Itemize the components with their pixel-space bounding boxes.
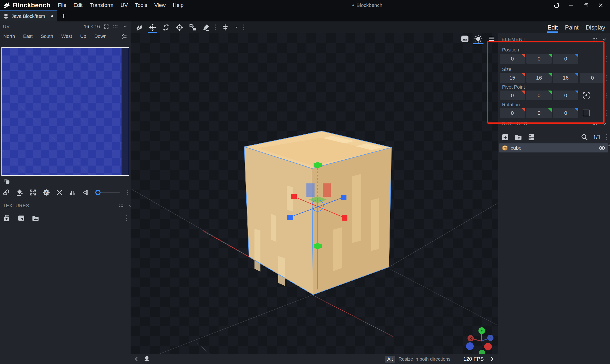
mode-tab-paint[interactable]: Paint (565, 21, 579, 33)
paint-bucket-icon[interactable] (16, 189, 23, 196)
size-z-input[interactable]: 16 (553, 73, 578, 83)
size-x-input[interactable]: 15 (500, 73, 525, 83)
pivot-z-input[interactable]: 0 (553, 91, 578, 100)
face-tab-south[interactable]: South (41, 34, 53, 39)
resize-tool-button[interactable] (134, 21, 145, 33)
outliner-toggles-button[interactable] (527, 133, 535, 141)
vertex-snap-tool-button[interactable] (187, 21, 198, 33)
create-texture-icon[interactable] (3, 214, 11, 222)
restore-button[interactable] (581, 0, 591, 11)
mirror-uv-icon[interactable] (69, 189, 76, 196)
face-tab-up[interactable]: Up (80, 34, 86, 39)
transform-pivot-button[interactable] (220, 21, 231, 33)
rotate-tool-icon (162, 24, 170, 31)
drag-handle-icon[interactable] (592, 37, 598, 41)
drag-handle-icon[interactable] (113, 25, 119, 28)
project-tab-java-block-item[interactable]: Java Block/Item (0, 11, 57, 21)
move-tool-button[interactable] (147, 21, 158, 33)
statusbar-forward-chevron-icon[interactable] (489, 356, 495, 362)
rescale-checkbox[interactable] (583, 110, 589, 116)
gizmo-face-handle-blue[interactable] (306, 183, 314, 197)
outliner-item-cube[interactable]: cube (499, 143, 608, 153)
rotation-x-input[interactable]: 0 (500, 108, 525, 118)
rotate-tool-button[interactable] (161, 21, 171, 33)
face-tab-west[interactable]: West (61, 34, 72, 39)
gizmo-handle-x-neg[interactable] (291, 194, 297, 199)
auto-uv-icon[interactable]: A (42, 189, 50, 196)
center-pivot-button[interactable] (582, 91, 591, 100)
uv-size-value[interactable]: 16 × 16 (84, 24, 100, 29)
minimize-button[interactable] (566, 0, 576, 11)
menu-uv[interactable]: UV (117, 0, 131, 11)
pivot-tool-button[interactable] (174, 21, 185, 33)
textures-more-dots-icon[interactable] (126, 215, 128, 221)
drag-handle-icon[interactable] (119, 204, 124, 208)
uv-opacity-slider-track[interactable] (101, 192, 120, 193)
inflate-input[interactable]: 0 (580, 73, 605, 83)
viewport-3d[interactable]: N (130, 33, 498, 354)
drag-handle-icon[interactable] (592, 122, 598, 126)
face-checklist-icon[interactable] (121, 33, 127, 39)
background-image-button[interactable] (460, 34, 469, 43)
position-y-input[interactable]: 0 (526, 54, 552, 64)
axis-nav-gizmo[interactable]: Y X Z (466, 327, 493, 354)
position-x-input[interactable]: 0 (500, 54, 525, 64)
maximize-uv-icon[interactable] (29, 189, 37, 196)
add-cube-button[interactable] (501, 133, 509, 141)
outliner-search-button[interactable] (581, 133, 588, 141)
face-tab-down[interactable]: Down (94, 34, 106, 39)
format-anvil-icon (3, 13, 9, 20)
transform-pivot-dropdown[interactable] (233, 21, 240, 33)
position-z-input[interactable]: 0 (553, 54, 578, 64)
outliner-more-dots-icon[interactable] (606, 134, 607, 141)
size-slider-dots-icon[interactable] (606, 74, 608, 81)
collapse-chevron-icon[interactable] (602, 37, 607, 42)
gizmo-handle-z-pos[interactable] (341, 195, 347, 200)
menu-transform[interactable]: Transform (86, 0, 117, 11)
menu-view[interactable]: View (151, 0, 169, 11)
statusbar-back-chevron-icon[interactable] (134, 356, 139, 362)
uv-canvas[interactable] (1, 47, 129, 176)
menu-tools[interactable]: Tools (131, 0, 151, 11)
mode-tab-edit[interactable]: Edit (547, 21, 558, 33)
viewport-menu-button[interactable] (487, 34, 496, 43)
uv-selection-overlay[interactable] (2, 48, 121, 175)
new-tab-button[interactable]: + (58, 11, 69, 21)
collapse-chevron-icon[interactable] (122, 24, 128, 29)
pivot-y-input[interactable]: 0 (526, 91, 552, 100)
open-texture-folder-icon[interactable] (31, 214, 39, 222)
gizmo-face-handle-red[interactable] (323, 183, 331, 197)
outliner-scroll-up-icon[interactable] (608, 144, 610, 146)
rotation-y-input[interactable]: 0 (526, 108, 552, 118)
menu-file[interactable]: File (54, 0, 70, 11)
visibility-eye-icon[interactable] (598, 144, 606, 152)
collapse-chevron-icon[interactable] (602, 121, 607, 126)
clear-uv-icon[interactable] (56, 189, 63, 196)
uv-row-more-dots-icon[interactable] (127, 189, 129, 196)
face-tab-east[interactable]: East (23, 34, 33, 39)
rotation-slider-dots-icon[interactable] (606, 110, 608, 117)
pivot-slider-dots-icon[interactable] (606, 92, 608, 99)
uv-copy-icon[interactable] (3, 178, 11, 186)
fullscreen-icon[interactable] (104, 24, 109, 29)
statusbar-format-anvil-icon[interactable] (143, 356, 150, 362)
size-y-input[interactable]: 16 (526, 73, 552, 83)
add-group-button[interactable] (514, 133, 522, 141)
menu-help[interactable]: Help (169, 0, 187, 11)
mode-tab-display[interactable]: Display (586, 21, 605, 33)
uv-opacity-slider-knob[interactable] (95, 190, 101, 195)
shading-toggle-button[interactable] (474, 34, 483, 43)
update-spinner-icon[interactable] (551, 0, 561, 11)
gizmo-handle-z-neg[interactable] (287, 215, 293, 220)
close-button[interactable] (596, 0, 606, 11)
position-slider-dots-icon[interactable] (606, 55, 608, 62)
pivot-x-input[interactable]: 0 (500, 91, 525, 100)
import-texture-icon[interactable] (17, 214, 25, 222)
gizmo-handle-x-pos[interactable] (342, 215, 347, 221)
link-uv-icon[interactable] (2, 189, 10, 196)
face-tab-north[interactable]: North (3, 34, 15, 39)
brush-tool-button[interactable] (201, 21, 212, 33)
rotate-uv-icon[interactable] (82, 189, 90, 196)
menu-edit[interactable]: Edit (70, 0, 86, 11)
rotation-z-input[interactable]: 0 (553, 108, 578, 118)
